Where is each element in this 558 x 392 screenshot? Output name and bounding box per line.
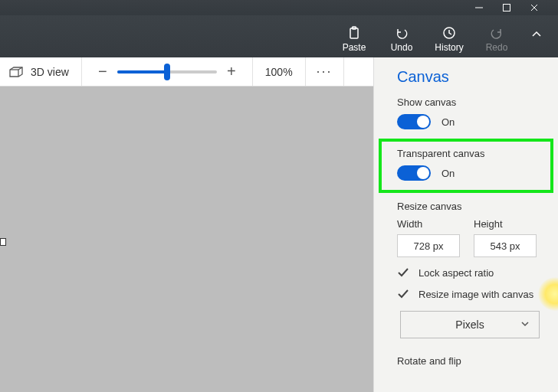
undo-button[interactable]: Undo bbox=[386, 25, 417, 53]
transparent-canvas-toggle[interactable] bbox=[397, 165, 431, 181]
transparent-canvas-label: Transparent canvas bbox=[397, 148, 540, 159]
canvas-panel: Canvas Show canvas On Transparent canvas… bbox=[373, 57, 558, 392]
undo-icon bbox=[394, 25, 409, 41]
zoom-out-button[interactable]: − bbox=[93, 62, 113, 82]
svg-rect-1 bbox=[504, 5, 510, 11]
unit-dropdown[interactable]: Pixels bbox=[400, 311, 540, 338]
zoom-readout[interactable]: 100% bbox=[253, 57, 306, 86]
minimize-icon[interactable] bbox=[474, 2, 484, 13]
height-input[interactable]: 543 px bbox=[474, 234, 537, 257]
lock-aspect-ratio-checkbox[interactable]: Lock aspect ratio bbox=[397, 266, 543, 279]
zoom-slider[interactable] bbox=[117, 70, 217, 74]
resize-image-checkbox[interactable]: Resize image with canvas bbox=[397, 288, 543, 300]
redo-button: Redo bbox=[481, 25, 512, 53]
clipboard-icon bbox=[346, 25, 362, 41]
more-menu-button[interactable]: ··· bbox=[306, 57, 344, 86]
height-label: Height bbox=[474, 218, 537, 230]
lock-aspect-label: Lock aspect ratio bbox=[419, 267, 494, 279]
panel-title: Canvas bbox=[374, 57, 558, 96]
history-label: History bbox=[435, 42, 463, 53]
unit-value: Pixels bbox=[455, 318, 484, 331]
resize-canvas-label: Resize canvas bbox=[397, 201, 543, 212]
zoom-thumb[interactable] bbox=[164, 64, 170, 80]
workspace-canvas[interactable] bbox=[0, 87, 373, 392]
show-canvas-toggle[interactable] bbox=[397, 114, 431, 129]
maximize-icon[interactable] bbox=[501, 2, 512, 13]
history-icon bbox=[441, 25, 457, 41]
view-toolbar: 3D view − + 100% ··· bbox=[0, 57, 373, 87]
paste-button[interactable]: Paste bbox=[339, 25, 369, 53]
width-input[interactable]: 728 px bbox=[397, 234, 460, 257]
chevron-down-icon bbox=[520, 318, 530, 331]
3d-view-button[interactable]: 3D view bbox=[0, 57, 82, 86]
resize-image-label: Resize image with canvas bbox=[419, 289, 533, 300]
ribbon: Paste Undo History Redo bbox=[0, 15, 558, 57]
show-canvas-state: On bbox=[441, 116, 455, 128]
zoom-in-button[interactable]: + bbox=[222, 62, 241, 82]
check-icon bbox=[397, 288, 409, 300]
collapse-ribbon-button[interactable] bbox=[529, 27, 544, 42]
history-button[interactable]: History bbox=[434, 25, 464, 53]
zoom-controls: − + bbox=[82, 57, 253, 86]
3d-cube-icon bbox=[9, 67, 23, 77]
close-icon[interactable] bbox=[529, 2, 540, 13]
width-label: Width bbox=[397, 218, 460, 230]
check-icon bbox=[397, 266, 409, 279]
transparent-canvas-section: Transparent canvas On bbox=[379, 139, 553, 193]
svg-rect-4 bbox=[350, 28, 358, 38]
rotate-flip-label: Rotate and flip bbox=[374, 348, 558, 367]
zoom-percent: 100% bbox=[265, 66, 293, 78]
show-canvas-label: Show canvas bbox=[397, 96, 543, 108]
paste-label: Paste bbox=[343, 42, 366, 53]
show-canvas-section: Show canvas On bbox=[374, 96, 558, 139]
window-titlebar bbox=[0, 0, 558, 15]
transparent-canvas-state: On bbox=[441, 168, 455, 179]
redo-icon bbox=[489, 25, 504, 41]
redo-label: Redo bbox=[486, 42, 508, 53]
resize-section: Resize canvas Width 728 px Height 543 px… bbox=[374, 201, 558, 348]
undo-label: Undo bbox=[391, 42, 413, 53]
selection-handle[interactable] bbox=[0, 238, 6, 246]
3d-view-label: 3D view bbox=[31, 66, 69, 78]
